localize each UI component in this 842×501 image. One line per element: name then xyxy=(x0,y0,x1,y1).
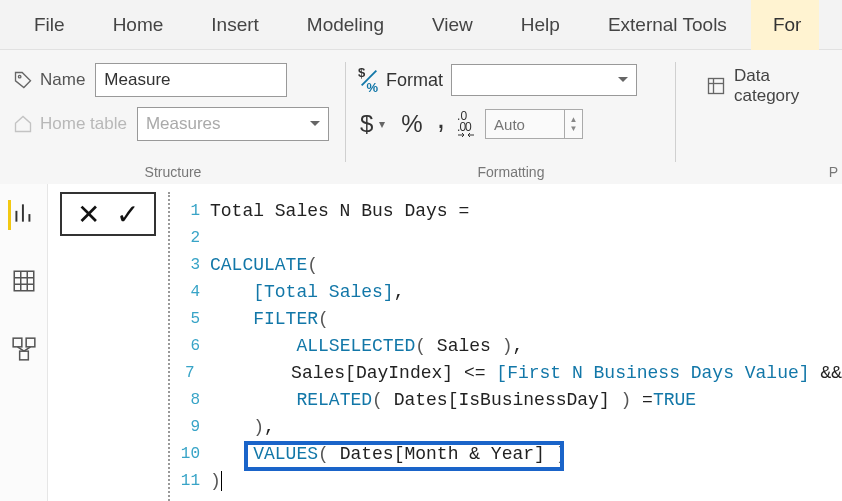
decimals-button[interactable]: .0.00 xyxy=(457,111,475,138)
code-content[interactable]: [Total Sales], xyxy=(210,279,404,306)
data-category-label: Data category xyxy=(734,66,830,106)
format-label: Format xyxy=(386,70,443,91)
svg-rect-2 xyxy=(709,79,724,94)
code-line[interactable]: 10 VALUES( Dates[Month & Year] ) xyxy=(176,441,842,468)
home-table-label: Home table xyxy=(40,114,127,134)
svg-rect-14 xyxy=(26,338,35,347)
code-line[interactable]: 9 ), xyxy=(176,414,842,441)
code-line[interactable]: 3CALCULATE( xyxy=(176,252,842,279)
line-number: 5 xyxy=(176,306,210,333)
code-content[interactable]: FILTER( xyxy=(210,306,329,333)
code-line[interactable]: 1Total Sales N Bus Days = xyxy=(176,198,842,225)
code-line[interactable]: 6 ALLSELECTED( Sales ), xyxy=(176,333,842,360)
name-input[interactable] xyxy=(95,63,287,97)
line-number: 2 xyxy=(176,225,210,252)
ribbon-group-properties: Data category P xyxy=(676,50,842,184)
menu-item-home[interactable]: Home xyxy=(89,0,188,50)
formula-editor: ✕ ✓ 1Total Sales N Bus Days =23CALCULATE… xyxy=(60,192,842,501)
formula-commit-button[interactable]: ✓ xyxy=(116,198,139,231)
svg-point-0 xyxy=(18,75,21,78)
menu-item-view[interactable]: View xyxy=(408,0,497,50)
menu-item-file[interactable]: File xyxy=(10,0,89,50)
left-view-rail xyxy=(0,184,48,501)
code-content[interactable]: VALUES( Dates[Month & Year] ) xyxy=(210,441,567,468)
decimals-spinner[interactable]: ▲▼ xyxy=(485,109,583,139)
code-line[interactable]: 2 xyxy=(176,225,842,252)
code-content[interactable]: CALCULATE( xyxy=(210,252,318,279)
menu-item-insert[interactable]: Insert xyxy=(187,0,283,50)
line-number: 9 xyxy=(176,414,210,441)
line-number: 8 xyxy=(176,387,210,414)
menu-item-format[interactable]: For xyxy=(751,0,820,50)
ribbon: Name Home table Measures Structure $ % F… xyxy=(0,50,842,184)
svg-rect-15 xyxy=(19,351,28,360)
formula-cancel-button[interactable]: ✕ xyxy=(77,198,100,231)
code-line[interactable]: 11) xyxy=(176,468,842,495)
svg-line-1 xyxy=(362,71,377,86)
line-number: 10 xyxy=(176,441,210,468)
line-number: 1 xyxy=(176,198,210,225)
code-line[interactable]: 4 [Total Sales], xyxy=(176,279,842,306)
percent-button[interactable]: % xyxy=(399,110,424,138)
data-view-button[interactable] xyxy=(11,268,37,298)
tag-icon xyxy=(12,69,34,91)
code-content[interactable]: ) xyxy=(210,468,222,495)
decimals-input[interactable] xyxy=(485,109,565,139)
group-label-properties: P xyxy=(676,164,842,180)
code-content[interactable]: ), xyxy=(210,414,275,441)
thousands-button[interactable]: , xyxy=(435,113,447,123)
menu-item-external-tools[interactable]: External Tools xyxy=(584,0,751,50)
currency-caret-icon[interactable]: ▾ xyxy=(379,117,385,131)
line-number: 4 xyxy=(176,279,210,306)
menu-bar: FileHomeInsertModelingViewHelpExternal T… xyxy=(0,0,842,50)
group-label-structure: Structure xyxy=(0,164,346,180)
data-category-icon xyxy=(706,75,726,97)
code-line[interactable]: 7 Sales[DayIndex] <= [First N Business D… xyxy=(176,360,842,387)
line-number: 7 xyxy=(176,360,205,387)
ribbon-group-formatting: $ % Format $ ▾ % , .0.00 ▲▼ Formatting xyxy=(346,50,676,184)
model-view-button[interactable] xyxy=(11,336,37,366)
code-content[interactable]: Sales[DayIndex] <= [First N Business Day… xyxy=(205,360,842,387)
text-caret xyxy=(221,471,222,491)
menu-item-help[interactable]: Help xyxy=(497,0,584,50)
code-content[interactable]: ALLSELECTED( Sales ), xyxy=(210,333,523,360)
currency-button[interactable]: $ xyxy=(358,110,375,138)
menu-item-modeling[interactable]: Modeling xyxy=(283,0,408,50)
line-number: 3 xyxy=(176,252,210,279)
group-label-formatting: Formatting xyxy=(346,164,676,180)
code-area[interactable]: 1Total Sales N Bus Days =23CALCULATE(4 [… xyxy=(176,192,842,501)
line-number: 6 xyxy=(176,333,210,360)
gutter-border xyxy=(168,192,170,501)
spinner-arrows-icon[interactable]: ▲▼ xyxy=(565,109,583,139)
home-table-dropdown[interactable]: Measures xyxy=(137,107,329,141)
name-label: Name xyxy=(40,70,85,90)
report-view-button[interactable] xyxy=(8,200,37,230)
formula-confirm-box: ✕ ✓ xyxy=(60,192,156,236)
code-line[interactable]: 5 FILTER( xyxy=(176,306,842,333)
format-icon: $ % xyxy=(358,67,378,93)
svg-rect-8 xyxy=(14,271,34,291)
format-dropdown[interactable] xyxy=(451,64,637,96)
code-line[interactable]: 8 RELATED( Dates[IsBusinessDay] ) =TRUE xyxy=(176,387,842,414)
ribbon-group-structure: Name Home table Measures Structure xyxy=(0,50,346,184)
home-icon xyxy=(12,113,34,135)
code-content[interactable]: RELATED( Dates[IsBusinessDay] ) =TRUE xyxy=(210,387,696,414)
svg-rect-13 xyxy=(13,338,22,347)
code-content[interactable]: Total Sales N Bus Days = xyxy=(210,198,469,225)
line-number: 11 xyxy=(176,468,210,495)
